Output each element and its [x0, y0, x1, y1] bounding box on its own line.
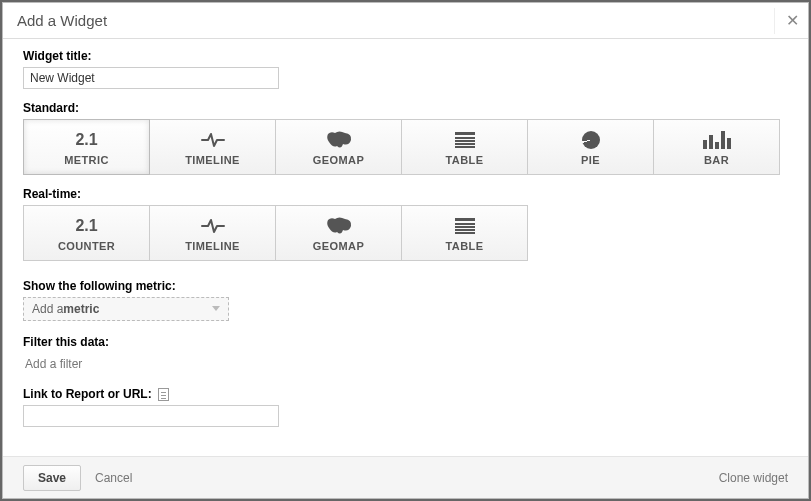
dialog-title: Add a Widget	[17, 12, 774, 29]
realtime-tiles: 2.1 COUNTER TIMELINE GEOMAP TABLE	[23, 205, 788, 261]
tile-table[interactable]: TABLE	[401, 119, 528, 175]
tile-timeline[interactable]: TIMELINE	[149, 119, 276, 175]
timeline-icon	[201, 215, 225, 237]
link-label-row: Link to Report or URL:	[23, 387, 788, 401]
filter-label: Filter this data:	[23, 335, 788, 349]
dialog-body: Widget title: Standard: 2.1 METRIC TIMEL…	[3, 39, 808, 456]
tile-label: COUNTER	[58, 240, 115, 252]
tile-metric[interactable]: 2.1 METRIC	[23, 119, 150, 175]
geomap-icon	[325, 215, 353, 237]
table-icon	[455, 129, 475, 151]
add-metric-select[interactable]: Add a metric	[23, 297, 229, 321]
save-label: Save	[38, 471, 66, 485]
tile-label: PIE	[581, 154, 600, 166]
save-button[interactable]: Save	[23, 465, 81, 491]
tile-label: GEOMAP	[313, 154, 364, 166]
counter-icon: 2.1	[75, 215, 97, 237]
cancel-button[interactable]: Cancel	[95, 471, 132, 485]
dialog-header: Add a Widget ✕	[3, 3, 808, 39]
tile-table-rt[interactable]: TABLE	[401, 205, 528, 261]
metric-icon: 2.1	[75, 129, 97, 151]
pie-icon	[582, 129, 600, 151]
document-icon	[158, 388, 169, 401]
bar-icon	[703, 129, 731, 151]
clone-widget-link[interactable]: Clone widget	[719, 471, 788, 485]
chevron-down-icon	[212, 306, 220, 311]
link-url-input[interactable]	[23, 405, 279, 427]
tile-pie[interactable]: PIE	[527, 119, 654, 175]
metric-select-word: metric	[63, 302, 99, 316]
geomap-icon	[325, 129, 353, 151]
tile-label: TIMELINE	[185, 240, 240, 252]
add-widget-dialog: Add a Widget ✕ Widget title: Standard: 2…	[2, 2, 809, 499]
widget-title-label: Widget title:	[23, 49, 788, 63]
tile-label: METRIC	[64, 154, 109, 166]
add-filter-link[interactable]: Add a filter	[23, 353, 84, 375]
tile-geomap-rt[interactable]: GEOMAP	[275, 205, 402, 261]
dialog-footer: Save Cancel Clone widget	[3, 456, 808, 498]
tile-label: GEOMAP	[313, 240, 364, 252]
metric-section-label: Show the following metric:	[23, 279, 788, 293]
tile-bar[interactable]: BAR	[653, 119, 780, 175]
close-button[interactable]: ✕	[774, 8, 800, 34]
link-label: Link to Report or URL:	[23, 387, 152, 401]
tile-label: BAR	[704, 154, 729, 166]
tile-geomap[interactable]: GEOMAP	[275, 119, 402, 175]
close-icon: ✕	[786, 11, 799, 30]
standard-tiles: 2.1 METRIC TIMELINE GEOMAP TABLE	[23, 119, 788, 175]
tile-label: TIMELINE	[185, 154, 240, 166]
tile-timeline-rt[interactable]: TIMELINE	[149, 205, 276, 261]
standard-label: Standard:	[23, 101, 788, 115]
timeline-icon	[201, 129, 225, 151]
metric-select-prefix: Add a	[32, 302, 63, 316]
tile-label: TABLE	[446, 240, 484, 252]
tile-counter[interactable]: 2.1 COUNTER	[23, 205, 150, 261]
table-icon	[455, 215, 475, 237]
realtime-label: Real-time:	[23, 187, 788, 201]
widget-title-input[interactable]	[23, 67, 279, 89]
tile-label: TABLE	[446, 154, 484, 166]
